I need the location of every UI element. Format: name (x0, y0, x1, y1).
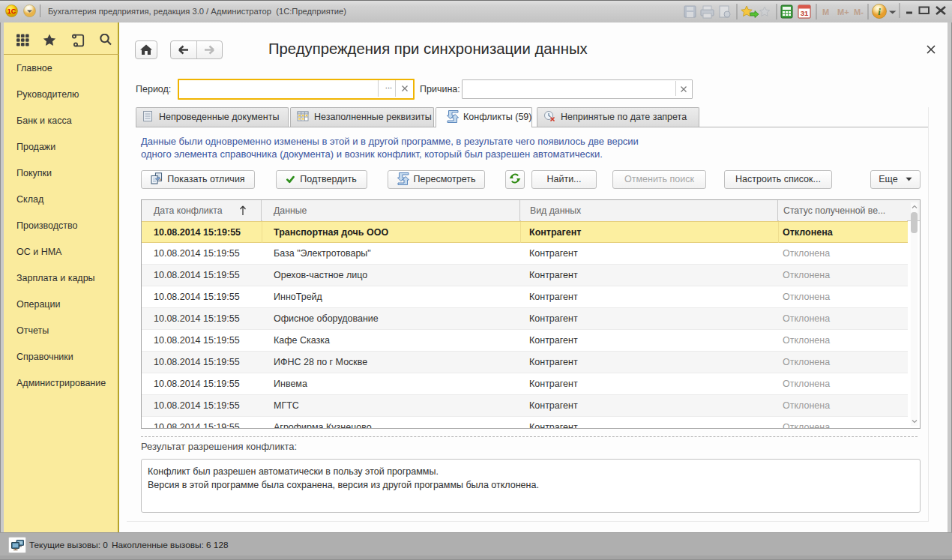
svg-text:1С: 1С (7, 7, 16, 15)
svg-text:M-: M- (854, 7, 864, 16)
svg-text:i: i (878, 6, 881, 17)
svg-text:M+: M+ (837, 7, 849, 16)
svg-text:M: M (822, 7, 829, 16)
svg-text:31: 31 (801, 9, 809, 17)
